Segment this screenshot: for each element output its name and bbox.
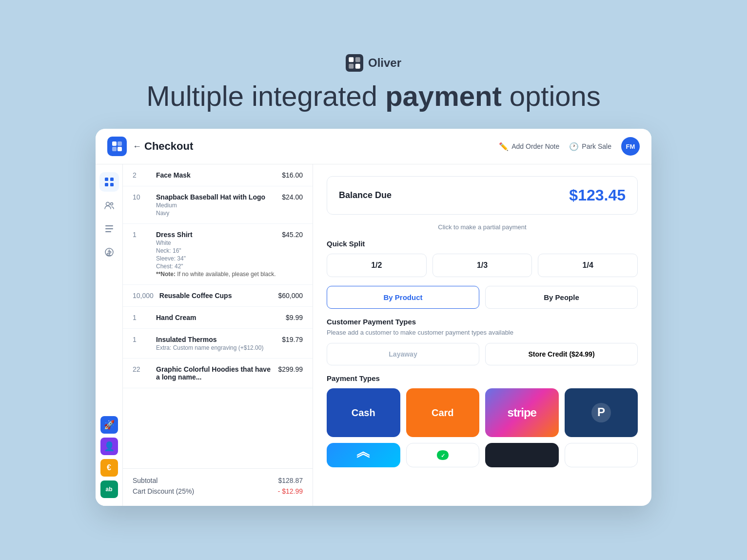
clock-icon: 🕐 [569,142,579,151]
page-wrapper: Oliver Multiple integrated payment optio… [61,54,686,506]
svg-rect-6 [118,141,122,146]
payment-type-extra-4[interactable] [565,443,638,467]
hero-title: Multiple integrated payment options [146,80,601,112]
brand-logo-icon [346,54,363,72]
app-body: 🚀 👤 € ab 2 Face Mask $16.00 [96,164,651,506]
topbar-left: ← Checkout [107,137,491,156]
payment-type-extra-2[interactable]: ✓ [406,443,480,467]
payment-type-cash[interactable]: Cash [327,388,400,437]
split-tab-by-product[interactable]: By Product [327,286,479,309]
customer-payment-desc: Please add a customer to make customer p… [327,329,638,336]
back-button[interactable]: ← Checkout [133,140,193,153]
svg-text:P: P [597,405,605,419]
order-items-scroll: 2 Face Mask $16.00 10 Snapback Baseball … [123,164,313,468]
park-sale-label: Park Sale [582,142,611,150]
split-quarter-button[interactable]: 1/4 [538,254,638,277]
svg-rect-9 [105,178,108,181]
order-item-name: Dress Shirt [156,231,276,239]
split-half-button[interactable]: 1/2 [327,254,427,277]
order-item-price: $24.00 [282,193,303,201]
svg-rect-4 [355,63,360,68]
app-topbar: ← Checkout ✏️ Add Order Note 🕐 Park Sale… [96,129,651,164]
svg-rect-5 [112,141,117,146]
split-tab-by-people[interactable]: By People [485,286,638,309]
order-item-details: Reusable Coffee Cups [159,292,273,300]
add-order-note-button[interactable]: ✏️ Add Order Note [499,142,559,151]
order-list: 2 Face Mask $16.00 10 Snapback Baseball … [123,164,313,506]
svg-rect-16 [105,228,113,229]
customer-payment-row: Layaway Store Credit ($24.99) [327,343,638,365]
svg-rect-12 [110,183,114,186]
order-item-variant: Chest: 42" [156,263,276,270]
cash-label: Cash [352,407,375,419]
sidebar-app-launch[interactable]: 🚀 [100,416,118,434]
quick-split-row: 1/2 1/3 1/4 [327,254,638,277]
payment-type-extra-1[interactable] [327,443,400,467]
order-item-details: Hand Cream [156,314,280,321]
brand-name: Oliver [368,56,401,70]
order-item-qty: 1 [133,314,150,321]
order-item-variant: White [156,240,276,246]
order-item: 1 Dress Shirt White Neck: 16" Sleeve: 34… [123,224,313,285]
sidebar-app-ab[interactable]: ab [100,480,118,498]
split-third-button[interactable]: 1/3 [432,254,532,277]
payment-types-grid: Cash Card stripe [327,388,638,437]
partial-payment-link[interactable]: Click to make a partial payment [327,223,638,231]
layaway-button[interactable]: Layaway [327,343,479,365]
payment-type-extra-3[interactable] [485,443,559,467]
order-item-variant: Sleeve: 34" [156,255,276,262]
sidebar-item-orders[interactable] [99,219,119,239]
subtotal-label: Subtotal [133,477,157,484]
sidebar-app-euro[interactable]: € [100,459,118,477]
svg-rect-3 [349,63,354,68]
users-icon [104,200,114,210]
order-item-price: $16.00 [282,171,303,179]
order-item-price: $299.99 [278,365,303,373]
split-tabs: By Product By People [327,286,638,309]
order-item-price: $19.79 [282,336,303,343]
sidebar-app-profile[interactable]: 👤 [100,438,118,455]
order-item-name: Snapback Baseball Hat with Logo [156,193,276,201]
payment-type-stripe[interactable]: stripe [485,388,559,437]
brand-header: Oliver [346,54,401,72]
order-item: 1 Insulated Thermos Extra: Custom name e… [123,329,313,359]
card-label: Card [432,407,454,419]
store-credit-button[interactable]: Store Credit ($24.99) [485,343,638,365]
svg-point-13 [106,202,109,206]
svg-rect-8 [118,147,122,151]
payment-types-label: Payment Types [327,374,638,382]
quick-split-section: Quick Split 1/2 1/3 1/4 [327,240,638,277]
svg-rect-17 [105,231,111,232]
order-item-variant: Navy [156,210,276,217]
hero-title-bold: payment [385,80,502,112]
svg-rect-2 [355,57,360,62]
park-sale-button[interactable]: 🕐 Park Sale [569,142,611,151]
order-item-price: $45.20 [282,231,303,239]
svg-point-14 [110,203,113,205]
app-logo-icon [112,141,122,152]
order-item-name: Face Mask [156,171,276,179]
sidebar: 🚀 👤 € ab [96,164,123,506]
order-item: 10,000 Reusable Coffee Cups $60,000 [123,285,313,307]
paypal-icon: P [590,402,612,423]
sidebar-item-users[interactable] [99,196,119,215]
avatar: FM [621,137,640,156]
payment-type-card[interactable]: Card [406,388,480,437]
payment-type-paypal[interactable]: P [565,388,638,437]
sidebar-item-grid[interactable] [99,172,119,192]
topbar-actions: ✏️ Add Order Note 🕐 Park Sale FM [499,137,640,156]
svg-rect-1 [349,57,354,62]
order-item-qty: 2 [133,171,150,179]
svg-rect-0 [346,54,363,72]
subtotal-value: $128.87 [278,477,303,484]
discount-label: Cart Discount (25%) [133,487,194,495]
order-item-extra: Extra: Custom name engraving (+$12.00) [156,344,276,351]
order-item-details: Graphic Colorful Hoodies that have a lon… [156,365,272,381]
order-item-name: Hand Cream [156,314,280,321]
sidebar-item-cash[interactable] [99,242,119,262]
order-item-qty: 10 [133,193,150,201]
balance-card: Balance Due $123.45 [327,176,638,215]
order-item-variant: Neck: 16" [156,247,276,254]
customer-payment-label: Customer Payment Types [327,318,638,326]
order-item-price: $9.99 [286,314,303,321]
